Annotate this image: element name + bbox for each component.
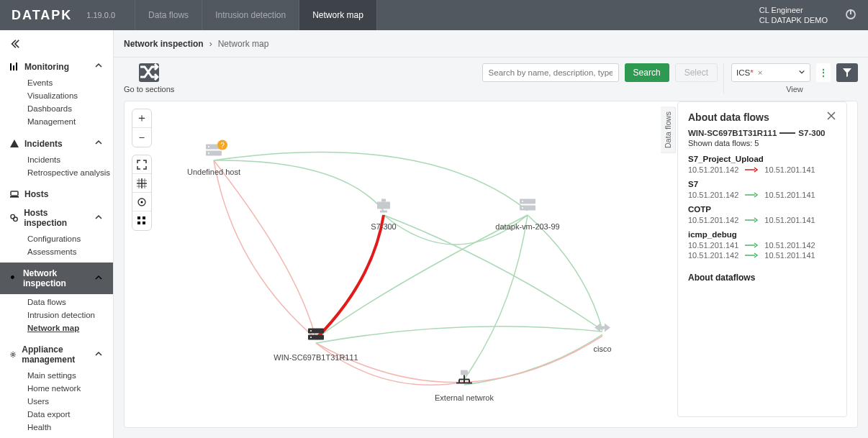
endpoint-b: S7-300 (798, 129, 825, 137)
node-cisco[interactable] (593, 319, 612, 339)
nav-tabs: Data flows Intrusion detection Network m… (135, 0, 377, 30)
sidebar-section-label: Hosts (24, 189, 48, 199)
sidebar-item-incidents[interactable]: Incidents (27, 153, 113, 166)
node-datapk-vm[interactable] (518, 198, 537, 219)
sidebar-item-events[interactable]: Events (27, 76, 113, 89)
flow-row: 10.51.201.14210.51.201.141 (688, 165, 836, 174)
sidebar-item-network-map[interactable]: Network map (27, 321, 113, 334)
sidebar-item-management[interactable]: Management (27, 115, 113, 128)
flow-to: 10.51.201.141 (764, 216, 815, 224)
toolbar: Go to sections Search Select ICS* × ⋮ (114, 58, 868, 101)
flow-name[interactable]: S7_Project_Upload (688, 155, 836, 163)
sidebar-item-health[interactable]: Health (27, 421, 113, 434)
sidebar-item-assessments[interactable]: Assessments (27, 245, 113, 258)
flow-to: 10.51.201.142 (764, 241, 815, 250)
sidebar-section-hosts[interactable]: Hosts (0, 183, 113, 202)
node-undefined-host[interactable]: ? (204, 143, 223, 164)
flow-row: 10.51.201.14210.51.201.141 (688, 191, 836, 199)
breadcrumb: Network inspection › Network map (114, 30, 868, 58)
flow-name[interactable]: S7 (688, 180, 836, 188)
more-menu-icon[interactable]: ⋮ (816, 63, 831, 82)
panel-title: About data flows (688, 111, 769, 123)
flow-from: 10.51.201.142 (688, 191, 738, 199)
sidebar-item-main-settings[interactable]: Main settings (27, 369, 113, 382)
center-button[interactable] (132, 193, 151, 211)
sidebar-section-incidents[interactable]: Incidents (0, 132, 113, 152)
chevron-up-icon (94, 138, 103, 149)
flow-to: 10.51.201.141 (764, 191, 815, 199)
arrow-icon (744, 192, 759, 198)
sidebar-item-visualizations[interactable]: Visualizations (27, 89, 113, 102)
sidebar-item-data-export[interactable]: Data export (27, 408, 113, 421)
view-label: View (786, 85, 803, 93)
arrow-icon (744, 242, 759, 248)
filter-token-input[interactable]: ICS* × (731, 63, 810, 82)
sidebar-section-monitoring[interactable]: Monitoring (0, 55, 113, 75)
power-icon[interactable] (845, 9, 856, 22)
main-content: Network inspection › Network map Go to s… (114, 30, 868, 438)
node-win[interactable] (307, 327, 325, 348)
tab-intrusion-detection[interactable]: Intrusion detection (202, 0, 299, 30)
sidebar-section-label: Monitoring (24, 62, 69, 72)
sidebar-section-network-inspection[interactable]: Network inspection (0, 263, 113, 294)
sidebar-section-label: Hosts inspection (24, 208, 89, 228)
apps-button[interactable] (132, 211, 151, 230)
grid-button[interactable] (132, 174, 151, 193)
zoom-in-button[interactable]: ＋ (132, 109, 151, 128)
flow-name[interactable]: icmp_debug (688, 230, 836, 239)
breadcrumb-main[interactable]: Network inspection (124, 39, 204, 49)
sidebar-item-intrusion-detection[interactable]: Intrusion detection (27, 309, 113, 321)
flow-from: 10.51.201.142 (688, 165, 738, 174)
fullscreen-button[interactable] (132, 155, 151, 174)
flow-from: 10.51.201.142 (688, 251, 738, 260)
tab-data-flows[interactable]: Data flows (135, 0, 202, 30)
sidebar-collapse-button[interactable] (0, 35, 113, 55)
user-org: CL DATAPK DEMO (759, 15, 828, 25)
logo: DATAPK (12, 8, 72, 23)
chevron-up-icon (94, 273, 103, 284)
sidebar-item-dashboards[interactable]: Dashboards (27, 102, 113, 115)
search-button[interactable]: Search (625, 63, 669, 82)
sidebar-section-hosts-inspection[interactable]: Hosts inspection (0, 202, 113, 231)
sidebar-item-users[interactable]: Users (27, 395, 113, 408)
sidebar: Monitoring Events Visualizations Dashboa… (0, 30, 114, 438)
filter-button[interactable] (836, 63, 858, 82)
node-external[interactable] (455, 369, 474, 390)
sidebar-section-appliance[interactable]: Appliance management (0, 339, 113, 368)
filter-token-clear-icon[interactable]: × (758, 68, 763, 77)
panel-vertical-tab[interactable]: Data flows (661, 106, 676, 153)
endpoint-a: WIN-SC697B1T31R111 (688, 129, 777, 137)
arrow-icon (744, 217, 759, 223)
chevron-down-icon[interactable] (798, 68, 805, 77)
sidebar-item-home-network[interactable]: Home network (27, 382, 113, 395)
filter-token-label: ICS (736, 68, 750, 77)
go-to-sections-button[interactable] (139, 63, 159, 82)
flow-row: 10.51.201.14210.51.201.141 (688, 216, 836, 224)
sidebar-section-label: Network inspection (23, 268, 89, 288)
flow-from: 10.51.201.141 (688, 241, 738, 250)
chevron-up-icon (94, 61, 103, 72)
select-button: Select (675, 63, 718, 82)
app-header: DATAPK 1.19.0.0 Data flows Intrusion det… (0, 0, 868, 30)
zoom-out-button[interactable]: － (132, 128, 151, 147)
flow-name[interactable]: COTP (688, 205, 836, 214)
chevron-up-icon (94, 350, 103, 360)
sidebar-item-retrospective[interactable]: Retrospective analysis (27, 166, 113, 179)
breadcrumb-sep: › (209, 39, 212, 49)
warning-badge-icon: ? (217, 140, 227, 150)
close-icon[interactable] (826, 111, 836, 123)
tab-network-map[interactable]: Network map (299, 0, 377, 30)
search-input[interactable] (482, 63, 619, 82)
sidebar-item-data-flows[interactable]: Data flows (27, 296, 113, 309)
about-data-flows-panel: Data flows About data flows WIN-SC697B1T… (677, 101, 847, 417)
user-block[interactable]: CL Engineer CL DATAPK DEMO (759, 5, 828, 26)
network-canvas[interactable]: ＋ － (124, 101, 858, 428)
filter-token-asterisk: * (750, 68, 753, 77)
sidebar-item-configurations[interactable]: Configurations (27, 232, 113, 245)
sidebar-section-label: Appliance management (22, 345, 89, 365)
flow-row: 10.51.201.14210.51.201.141 (688, 251, 836, 260)
about-dataflows-link[interactable]: About dataflows (688, 273, 836, 283)
node-s7-300[interactable] (374, 198, 393, 219)
arrow-icon (744, 252, 759, 258)
go-to-sections-label: Go to sections (124, 85, 174, 93)
